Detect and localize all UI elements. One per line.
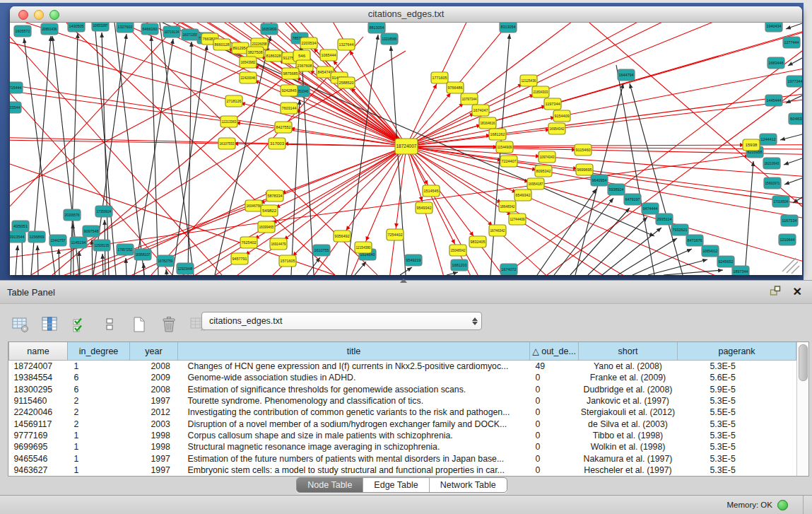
graph-node-teal[interactable]: 1145194 (70, 237, 87, 248)
graph-node-yellow[interactable]: 12744409 (509, 214, 526, 225)
graph-node-yellow[interactable]: 16954187 (527, 178, 544, 189)
node-table[interactable]: namein_degreeyeartitle△ out_de...shortpa… (8, 341, 809, 477)
graph-node-yellow[interactable]: 8186328 (265, 50, 282, 62)
column-header-pagerank[interactable]: pagerank (678, 342, 796, 361)
graph-node-teal[interactable]: 1674072 (500, 264, 517, 275)
graph-node-yellow[interactable]: 1327644 (338, 39, 355, 50)
column-header-short[interactable]: short (579, 342, 678, 361)
graph-node-yellow[interactable]: 16046756 (245, 200, 262, 211)
graph-node-teal[interactable]: 435051 (12, 221, 29, 232)
graph-node-teal[interactable]: 1683448 (767, 57, 784, 69)
column-header-out_degree[interactable]: △ out_de... (530, 342, 579, 361)
graph-node-yellow[interactable]: 18648342 (499, 201, 516, 212)
graph-node-teal[interactable]: 13218586 (381, 33, 398, 45)
graph-node-teal[interactable]: 1167334 (781, 215, 798, 226)
graph-node-teal[interactable]: 15692971 (764, 177, 781, 189)
graph-node-yellow[interactable]: 549822 (261, 205, 278, 216)
graph-node-teal[interactable]: 1445444 (765, 95, 782, 106)
graph-node-yellow[interactable]: 16099465 (258, 221, 275, 233)
close-window-button[interactable] (18, 10, 28, 20)
graph-node-teal[interactable]: 1244412 (760, 134, 777, 145)
graph-node-yellow[interactable]: 1681262 (489, 129, 506, 140)
zoom-window-button[interactable] (49, 10, 59, 20)
graph-node-yellow[interactable]: 9832405 (469, 236, 486, 247)
graph-node-teal[interactable]: 5938924 (608, 184, 625, 195)
table-row[interactable]: 946362711997Embryonic stem cells: a mode… (9, 465, 796, 476)
graph-node-yellow[interactable]: 9549342 (416, 202, 433, 214)
column-header-year[interactable]: year (130, 342, 178, 361)
column-header-title[interactable]: title (178, 342, 530, 361)
float-panel-icon[interactable] (769, 284, 782, 300)
graph-node-yellow[interactable]: 15048342 (449, 245, 466, 256)
graph-node-yellow[interactable]: 10797344 (461, 93, 478, 105)
graph-node-teal[interactable]: 20206576 (64, 209, 81, 221)
graph-node-teal[interactable]: 1644794 (618, 69, 635, 81)
graph-node-yellow[interactable]: 9699695 (576, 164, 593, 175)
graph-node-teal[interactable]: 9474444 (642, 203, 659, 214)
graph-node-yellow[interactable]: 9356492 (334, 230, 351, 242)
graph-node-teal[interactable]: 1156869 (28, 231, 45, 243)
table-row[interactable]: 1872400712008Changes of HCN gene express… (9, 361, 796, 373)
graph-node-yellow[interactable]: 2203534 (300, 37, 317, 49)
table-row[interactable]: 1830029562008Estimation of significance … (9, 384, 796, 395)
graph-node-yellow[interactable]: 1771605 (431, 72, 448, 83)
graph-node-yellow[interactable]: 8427552 (275, 122, 292, 133)
tab-edge-table[interactable]: Edge Table (363, 478, 428, 492)
graph-node-yellow[interactable]: 16746342 (489, 225, 506, 236)
graph-node-yellow[interactable]: 1514545 (423, 185, 440, 197)
graph-node-yellow[interactable]: 7224407 (500, 156, 517, 167)
graph-node-teal[interactable]: 8471676 (686, 235, 703, 246)
column-header-name[interactable]: name (9, 342, 68, 361)
graph-node-yellow[interactable]: 2718126 (225, 95, 242, 107)
graph-node-teal[interactable]: 3913544 (10, 231, 25, 243)
table-row[interactable]: 969969511998Structural magnetic resonanc… (9, 441, 796, 452)
graph-node-yellow[interactable]: 317003 (269, 138, 286, 149)
graph-node-teal[interactable]: 17016504 (772, 196, 789, 207)
graph-node-yellow[interactable]: 21834303 (532, 86, 549, 98)
table-row[interactable]: 1938455462009Genome-wide association stu… (9, 372, 796, 383)
table-row[interactable]: 911546021997Tourette syndrome. Phenomeno… (9, 395, 796, 407)
graph-node-yellow[interactable]: 15938 (743, 139, 760, 151)
tab-network-table[interactable]: Network Table (429, 478, 507, 492)
graph-node-teal[interactable]: 1681203 (451, 259, 468, 271)
graph-node-yellow[interactable]: 10974343 (539, 151, 555, 163)
graph-node-teal[interactable]: 8813054 (368, 23, 385, 33)
graph-node-teal[interactable]: 1897344 (732, 266, 749, 275)
graph-node-teal[interactable]: 20891436 (41, 23, 58, 35)
graph-node-teal[interactable]: 12505135 (93, 240, 110, 251)
graph-node-teal[interactable]: 9640954 (591, 175, 608, 186)
graph-node-teal[interactable]: 1610755 (313, 245, 330, 256)
minimize-window-button[interactable] (34, 10, 44, 20)
table-row[interactable]: 946554611997Estimation of the future num… (9, 452, 796, 464)
graph-node-yellow[interactable]: 12125436 (520, 75, 537, 86)
graph-node-yellow[interactable]: 9766486 (447, 82, 464, 93)
graph-node-yellow[interactable]: 9154409 (553, 110, 570, 122)
graph-node-teal[interactable]: 16782759 (157, 255, 174, 267)
graph-node-yellow[interactable]: 9115460 (575, 144, 592, 156)
graph-node-teal[interactable]: 9549219 (405, 255, 422, 266)
graph-node-yellow[interactable]: 16543982 (240, 57, 257, 68)
table-row[interactable]: 2242004622012Investigating the contribut… (9, 407, 796, 418)
graph-node-teal[interactable]: 9097548 (83, 226, 100, 237)
graph-node-teal[interactable]: 2033544 (10, 102, 21, 113)
graph-node-teal[interactable]: 10719134 (163, 26, 180, 37)
graph-node-teal[interactable]: 1715444 (10, 82, 23, 93)
graph-node-yellow[interactable]: 16107553 (218, 138, 235, 149)
graph-node-yellow[interactable]: 12213363 (220, 116, 237, 127)
graph-node-hub[interactable]: 18724007 (395, 139, 418, 154)
graph-node-teal[interactable]: 16958107 (134, 249, 151, 260)
table-scrollbar-thumb[interactable] (799, 344, 808, 381)
graph-node-yellow[interactable]: 7625402 (240, 237, 257, 248)
close-panel-icon[interactable]: ✕ (793, 286, 802, 298)
table-options-button[interactable] (10, 314, 31, 335)
graph-node-teal[interactable]: 17957252 (117, 244, 134, 255)
graph-node-yellow[interactable]: 12154380 (355, 242, 372, 253)
graph-node-teal[interactable]: 1605572 (14, 25, 31, 37)
graph-node-yellow[interactable]: 9242845 (281, 85, 298, 96)
graph-node-teal[interactable]: 1210644 (779, 234, 796, 245)
row-options-button[interactable] (99, 314, 120, 335)
graph-node-teal[interactable]: 8313054 (500, 23, 517, 33)
graph-node-teal[interactable]: 1277444 (783, 37, 800, 48)
graph-node-yellow[interactable]: 1197344 (544, 98, 561, 110)
delete-column-button[interactable] (158, 314, 180, 335)
